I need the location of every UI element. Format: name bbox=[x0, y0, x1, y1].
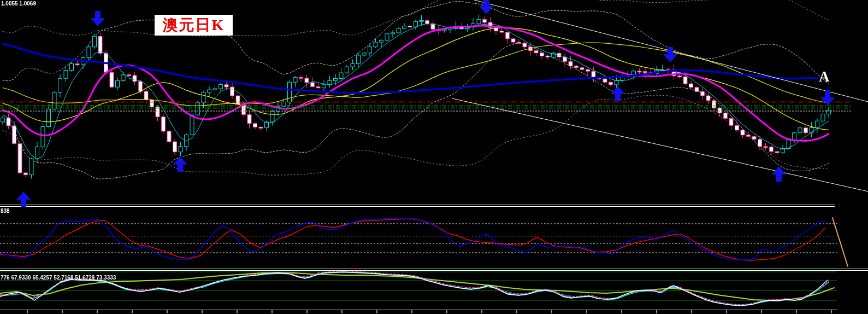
sell-signal-arrow-icon bbox=[663, 47, 677, 62]
kdj-panel-values: 776 67.9330 65.4257 52.7168 51.6729 73.3… bbox=[1, 275, 116, 281]
sell-signal-arrow-icon bbox=[820, 90, 835, 106]
momentum-panel-value: 838 bbox=[1, 208, 10, 214]
sell-signal-arrow-icon bbox=[91, 11, 105, 26]
buy-signal-arrow-icon bbox=[16, 191, 31, 207]
annotation-a-label: A bbox=[819, 68, 830, 85]
sell-signal-arrow-icon bbox=[479, 0, 493, 14]
quote-values: 1.0055 1.0069 bbox=[1, 1, 36, 7]
symbol-title-label: 澳元日K bbox=[155, 15, 233, 36]
chart-window: 1.0055 1.0069 澳元日K A 838 776 67.9330 65.… bbox=[0, 0, 868, 314]
buy-signal-arrow-icon bbox=[173, 156, 187, 172]
buy-signal-arrow-icon bbox=[611, 86, 625, 101]
buy-signal-arrow-icon bbox=[772, 166, 786, 182]
price-chart-canvas[interactable] bbox=[0, 0, 868, 314]
